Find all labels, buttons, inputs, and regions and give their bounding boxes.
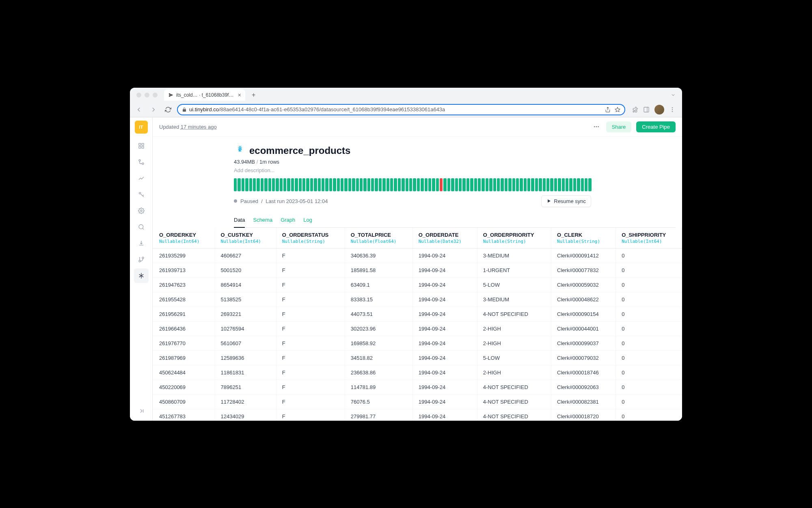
sync-bar[interactable] (573, 178, 576, 191)
new-tab-button[interactable]: + (248, 91, 259, 99)
browser-menu-icon[interactable] (669, 106, 676, 113)
resume-sync-button[interactable]: Resume sync (541, 195, 591, 207)
column-header[interactable]: O_TOTALPRICENullable(Float64) (345, 228, 412, 249)
sync-bar[interactable] (482, 178, 484, 191)
updated-time[interactable]: 17 minutes ago (181, 124, 217, 130)
sync-bar[interactable] (253, 178, 256, 191)
sync-bar[interactable] (314, 178, 317, 191)
more-options-button[interactable] (592, 122, 601, 132)
tab-data[interactable]: Data (234, 217, 245, 228)
sync-bar[interactable] (443, 178, 446, 191)
sync-bar[interactable] (459, 178, 462, 191)
sync-bar[interactable] (348, 178, 351, 191)
sync-bar[interactable] (462, 178, 465, 191)
sync-bar[interactable] (394, 178, 397, 191)
window-minimize[interactable] (145, 93, 149, 97)
create-pipe-button[interactable]: Create Pipe (636, 121, 676, 132)
sidebar-tokens-icon[interactable] (134, 187, 149, 202)
column-header[interactable]: O_CUSTKEYNullable(Int64) (215, 228, 276, 249)
sync-bar[interactable] (409, 178, 412, 191)
sync-bar[interactable] (451, 178, 454, 191)
sync-history-bars[interactable] (234, 178, 591, 191)
sync-bar[interactable] (539, 178, 542, 191)
sidebar-branch-icon[interactable] (134, 252, 149, 267)
sync-bar[interactable] (585, 178, 587, 191)
sync-bar[interactable] (287, 178, 290, 191)
sync-bar[interactable] (581, 178, 584, 191)
table-row[interactable]: 45086070911728402F76076.51994-09-244-NOT… (153, 394, 682, 409)
sync-bar[interactable] (520, 178, 523, 191)
sync-bar[interactable] (310, 178, 313, 191)
sync-bar[interactable] (512, 178, 515, 191)
table-row[interactable]: 26196643610276594F302023.961994-09-242-H… (153, 321, 682, 336)
sync-bar[interactable] (524, 178, 527, 191)
sync-bar[interactable] (306, 178, 309, 191)
sync-bar[interactable] (417, 178, 420, 191)
bookmark-icon[interactable] (615, 107, 620, 112)
sync-bar[interactable] (280, 178, 283, 191)
nav-back-button[interactable] (133, 104, 145, 115)
column-header[interactable]: O_ORDERKEYNullable(Int64) (153, 228, 215, 249)
sync-bar[interactable] (352, 178, 355, 191)
sync-bar[interactable] (455, 178, 458, 191)
window-close[interactable] (136, 93, 141, 97)
sync-bar[interactable] (234, 178, 237, 191)
sync-bar[interactable] (272, 178, 275, 191)
datasource-title[interactable]: ecommerce_products (249, 145, 350, 156)
sync-bar[interactable] (546, 178, 549, 191)
sync-bar[interactable] (508, 178, 511, 191)
sync-bar[interactable] (322, 178, 324, 191)
profile-avatar[interactable] (654, 105, 664, 115)
sync-bar[interactable] (245, 178, 248, 191)
sync-bar[interactable] (302, 178, 305, 191)
sync-bar[interactable] (562, 178, 565, 191)
sync-bar[interactable] (486, 178, 488, 191)
sync-bar[interactable] (505, 178, 508, 191)
table-row[interactable]: 2619476238654914F63409.11994-09-245-LOWC… (153, 277, 682, 292)
sync-bar[interactable] (257, 178, 259, 191)
sync-bar[interactable] (440, 178, 443, 191)
sidebar-pipes-icon[interactable] (134, 155, 149, 169)
sync-bar[interactable] (387, 178, 389, 191)
sync-bar[interactable] (363, 178, 366, 191)
sync-bar[interactable] (295, 178, 298, 191)
sync-bar[interactable] (535, 178, 538, 191)
nav-forward-button[interactable] (148, 104, 159, 115)
table-row[interactable]: 45062448411861831F236638.861994-09-242-H… (153, 365, 682, 380)
sync-bar[interactable] (447, 178, 450, 191)
window-maximize[interactable] (153, 93, 158, 97)
table-row[interactable]: 26198796912589636F34518.821994-09-245-LO… (153, 350, 682, 365)
sync-bar[interactable] (501, 178, 503, 191)
sync-bar[interactable] (470, 178, 473, 191)
sidebar-import-icon[interactable] (134, 236, 149, 251)
sync-bar[interactable] (318, 178, 321, 191)
sync-bar[interactable] (360, 178, 363, 191)
sync-bar[interactable] (375, 178, 378, 191)
sync-bar[interactable] (356, 178, 359, 191)
table-row[interactable]: 2619352994606627F340636.391994-09-243-ME… (153, 248, 682, 263)
browser-tab[interactable]: its_cold… · t_61068b39f9394… × (164, 89, 245, 101)
sync-bar[interactable] (421, 178, 423, 191)
sync-bar[interactable] (466, 178, 469, 191)
extensions-icon[interactable] (632, 106, 638, 113)
sync-bar[interactable] (268, 178, 271, 191)
sidebar-analytics-icon[interactable] (134, 171, 149, 186)
sync-bar[interactable] (325, 178, 328, 191)
sync-bar[interactable] (333, 178, 336, 191)
sync-bar[interactable] (474, 178, 477, 191)
panel-icon[interactable] (643, 106, 650, 113)
sync-bar[interactable] (413, 178, 416, 191)
sync-bar[interactable] (242, 178, 244, 191)
column-header[interactable]: O_CLERKNullable(String) (551, 228, 616, 249)
sidebar-search-icon[interactable] (134, 220, 149, 234)
sync-bar[interactable] (379, 178, 382, 191)
sync-bar[interactable] (516, 178, 519, 191)
sync-bar[interactable] (238, 178, 240, 191)
sync-bar[interactable] (566, 178, 568, 191)
sync-bar[interactable] (425, 178, 428, 191)
tab-schema[interactable]: Schema (253, 217, 272, 227)
workspace-logo[interactable]: IT (135, 121, 148, 134)
sync-bar[interactable] (543, 178, 546, 191)
sync-bar[interactable] (398, 178, 401, 191)
tab-close-icon[interactable]: × (238, 92, 241, 98)
